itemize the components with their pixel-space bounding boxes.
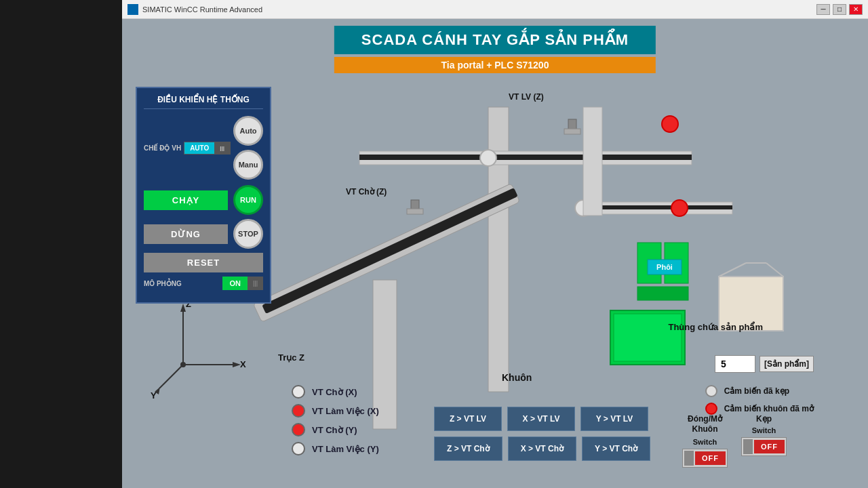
title-bar: SIMATIC WinCC Runtime Advanced ─ □ ✕	[122, 0, 868, 19]
svg-point-16	[480, 150, 496, 166]
dung-button[interactable]: DỪNG	[144, 224, 228, 244]
auto-circle-btn[interactable]: Auto	[233, 116, 263, 146]
dong-mo-khuon-switch-group: Đóng/MởKhuôn Switch OFF	[682, 414, 728, 468]
sensor-khuon-mo-indicator	[705, 403, 717, 415]
header-section: SCADA CÁNH TAY GẮP SẢN PHẨM Tia portal +…	[334, 26, 656, 73]
sensor-da-kep-indicator	[705, 385, 717, 397]
control-panel: ĐIỀU KHIỂN HỆ THỐNG CHẾ ĐỘ VH AUTO ||| A…	[136, 87, 271, 304]
indicator-red-2	[292, 423, 305, 436]
truc-z-label: Trục Z	[278, 352, 304, 363]
indicator-vt-lv-x: VT Làm Việc (X)	[292, 404, 379, 418]
maximize-button[interactable]: □	[833, 4, 846, 15]
mo-phong-row: MÔ PHỎNG ON |||	[144, 277, 263, 290]
z-vt-cho-button[interactable]: Z > VT Chờ	[434, 436, 502, 461]
panel-title: ĐIỀU KHIỂN HỆ THỐNG	[144, 95, 263, 109]
dong-mo-khuon-title: Đóng/MởKhuôn	[688, 414, 722, 435]
indicator-vt-cho-y: VT Chờ (Y)	[292, 423, 379, 436]
svg-text:Phôi: Phôi	[656, 263, 673, 271]
off-lines-button[interactable]: |||	[248, 277, 263, 290]
thung-label: Thùng chứa sản phẩm	[668, 322, 763, 332]
label-vt-lv-x: VT Làm Việc (X)	[312, 406, 379, 416]
on-button[interactable]: ON	[222, 277, 248, 290]
indicators-section: VT Chờ (X) VT Làm Việc (X) VT Chờ (Y) VT…	[292, 385, 379, 461]
svg-point-10	[180, 362, 186, 367]
switch-dot-left-2	[743, 439, 753, 454]
indicator-red-1	[292, 404, 305, 418]
label-vt-cho-x: VT Chờ (X)	[312, 387, 357, 397]
vt-lv-z-label: VT LV (Z)	[509, 92, 544, 102]
mode-toggle[interactable]: AUTO |||	[184, 142, 231, 155]
switch-section: Đóng/MởKhuôn Switch OFF Kẹp Switch OFF	[682, 414, 787, 468]
indicator-white-1	[292, 385, 305, 399]
product-input-row: [Sản phẩm]	[715, 355, 814, 373]
kep-off-label[interactable]: OFF	[754, 440, 785, 453]
window-title: SIMATIC WinCC Runtime Advanced	[142, 5, 816, 14]
window-controls: ─ □ ✕	[816, 4, 863, 15]
mo-phong-toggle[interactable]: ON |||	[222, 277, 263, 290]
x-vt-lv-button[interactable]: X > VT LV	[507, 407, 575, 431]
sensor-row-2: Cảm biến khuôn đã mở	[705, 403, 814, 415]
mo-phong-label: MÔ PHỎNG	[144, 280, 182, 287]
mode-row: CHẾ ĐỘ VH AUTO ||| Auto Manu	[144, 116, 263, 180]
product-box: [Sản phẩm]	[715, 355, 814, 373]
close-button[interactable]: ✕	[849, 4, 863, 15]
sub-title: Tia portal + PLC S71200	[334, 57, 656, 73]
sensor-khuon-mo-label: Cảm biến khuôn đã mở	[724, 404, 814, 413]
kep-switch-group: Kẹp Switch OFF	[741, 414, 787, 468]
y-vt-lv-button[interactable]: Y > VT LV	[580, 407, 648, 431]
indicator-vt-cho-x: VT Chờ (X)	[292, 385, 379, 399]
bottom-buttons: Z > VT LV X > VT LV Y > VT LV Z > VT Chờ…	[434, 407, 650, 461]
kep-title: Kẹp	[756, 414, 772, 424]
dong-mo-khuon-switch[interactable]: OFF	[682, 449, 728, 468]
chay-button[interactable]: CHẠY	[144, 190, 228, 210]
switch-label-1: Switch	[693, 438, 717, 446]
indicator-white-2	[292, 442, 305, 455]
sensor-da-kep-label: Cảm biến đã kẹp	[724, 386, 789, 396]
svg-rect-13	[359, 155, 692, 160]
label-vt-lv-y: VT Làm Việc (Y)	[312, 444, 379, 454]
svg-point-19	[662, 116, 678, 132]
manu-circle-btn[interactable]: Manu	[233, 150, 263, 180]
button-row-1: Z > VT LV X > VT LV Y > VT LV	[434, 407, 650, 431]
stop-circle-btn[interactable]: STOP	[233, 219, 263, 249]
svg-point-20	[671, 200, 688, 216]
product-unit-label: [Sản phẩm]	[760, 356, 814, 372]
svg-rect-23	[637, 287, 688, 300]
y-vt-cho-button[interactable]: Y > VT Chờ	[582, 436, 650, 461]
svg-text:X: X	[240, 359, 246, 369]
manual-toggle[interactable]: |||	[214, 142, 230, 154]
khuon-label: Khuôn	[502, 372, 532, 383]
indicator-vt-lv-y: VT Làm Việc (Y)	[292, 442, 379, 455]
kep-switch[interactable]: OFF	[741, 437, 787, 456]
label-vt-cho-y: VT Chờ (Y)	[312, 425, 357, 435]
auto-toggle[interactable]: AUTO	[184, 142, 214, 154]
svg-rect-36	[407, 209, 423, 214]
main-title: SCADA CÁNH TAY GẮP SẢN PHẨM	[334, 26, 656, 54]
dong-mo-khuon-off-label[interactable]: OFF	[695, 451, 726, 465]
app-window: SIMATIC WinCC Runtime Advanced ─ □ ✕ Z X	[122, 0, 868, 488]
circles-right: Auto Manu	[233, 116, 263, 180]
minimize-button[interactable]: ─	[816, 4, 830, 15]
switch-dot-left-1	[684, 451, 694, 466]
mode-label: CHẾ ĐỘ VH	[144, 144, 181, 152]
app-icon	[127, 4, 138, 15]
product-count-input[interactable]	[715, 355, 755, 373]
svg-rect-18	[583, 107, 602, 216]
svg-rect-38	[564, 129, 580, 134]
svg-rect-15	[583, 205, 732, 209]
reset-button[interactable]: RESET	[144, 253, 263, 272]
main-content: Z X Y	[122, 19, 868, 488]
vt-cho-z-label: VT Chờ (Z)	[346, 187, 387, 197]
svg-rect-27	[614, 314, 682, 361]
button-row-2: Z > VT Chờ X > VT Chờ Y > VT Chờ	[434, 436, 650, 461]
x-vt-cho-button[interactable]: X > VT Chờ	[508, 436, 576, 461]
run-circle-btn[interactable]: RUN	[233, 185, 263, 215]
switch-label-2: Switch	[752, 426, 776, 434]
sensor-row-1: Cảm biến đã kẹp	[705, 385, 814, 397]
z-vt-lv-button[interactable]: Z > VT LV	[434, 407, 502, 431]
